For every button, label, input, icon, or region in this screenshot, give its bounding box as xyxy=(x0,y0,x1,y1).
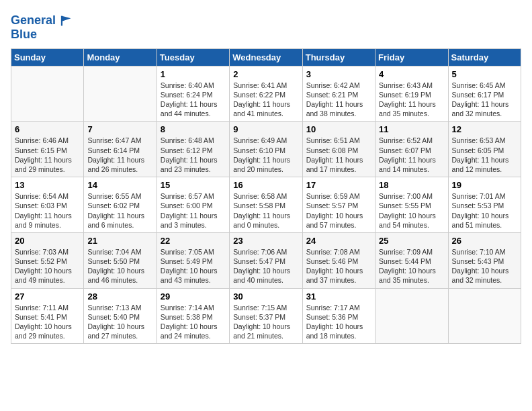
calendar-week-3: 13Sunrise: 6:54 AM Sunset: 6:03 PM Dayli… xyxy=(11,177,521,233)
calendar-cell: 21Sunrise: 7:04 AM Sunset: 5:50 PM Dayli… xyxy=(84,232,157,288)
day-number: 5 xyxy=(452,69,517,79)
calendar-cell: 25Sunrise: 7:09 AM Sunset: 5:44 PM Dayli… xyxy=(375,232,448,288)
day-number: 9 xyxy=(233,124,298,134)
cell-info: Sunrise: 6:54 AM Sunset: 6:03 PM Dayligh… xyxy=(15,191,80,230)
cell-info: Sunrise: 6:43 AM Sunset: 6:19 PM Dayligh… xyxy=(379,81,444,119)
calendar-cell: 22Sunrise: 7:05 AM Sunset: 5:49 PM Dayli… xyxy=(157,232,229,288)
cell-info: Sunrise: 6:51 AM Sunset: 6:08 PM Dayligh… xyxy=(306,136,371,174)
calendar-cell: 8Sunrise: 6:48 AM Sunset: 6:12 PM Daylig… xyxy=(157,122,229,177)
day-number: 3 xyxy=(306,69,371,79)
day-number: 20 xyxy=(15,236,80,246)
calendar-cell: 24Sunrise: 7:08 AM Sunset: 5:46 PM Dayli… xyxy=(302,232,375,288)
day-header-sunday: Sunday xyxy=(11,48,84,66)
calendar-week-1: 1Sunrise: 6:40 AM Sunset: 6:24 PM Daylig… xyxy=(11,66,521,122)
calendar-cell: 26Sunrise: 7:10 AM Sunset: 5:43 PM Dayli… xyxy=(448,232,521,288)
day-header-saturday: Saturday xyxy=(448,48,521,66)
day-number: 23 xyxy=(233,236,298,246)
cell-info: Sunrise: 6:52 AM Sunset: 6:07 PM Dayligh… xyxy=(379,136,444,174)
calendar-cell: 23Sunrise: 7:06 AM Sunset: 5:47 PM Dayli… xyxy=(230,232,302,288)
day-number: 27 xyxy=(15,291,80,302)
cell-info: Sunrise: 7:03 AM Sunset: 5:52 PM Dayligh… xyxy=(15,247,80,285)
day-number: 2 xyxy=(233,69,298,79)
day-number: 19 xyxy=(452,180,517,190)
calendar-cell: 7Sunrise: 6:47 AM Sunset: 6:14 PM Daylig… xyxy=(84,122,157,177)
calendar-cell: 1Sunrise: 6:40 AM Sunset: 6:24 PM Daylig… xyxy=(157,66,229,122)
calendar-cell: 13Sunrise: 6:54 AM Sunset: 6:03 PM Dayli… xyxy=(11,177,84,233)
day-number: 26 xyxy=(452,236,517,246)
cell-info: Sunrise: 6:55 AM Sunset: 6:02 PM Dayligh… xyxy=(87,191,152,230)
cell-info: Sunrise: 7:11 AM Sunset: 5:41 PM Dayligh… xyxy=(15,303,80,341)
page-header: General Blue xyxy=(11,11,521,42)
day-number: 12 xyxy=(452,124,517,134)
calendar-cell: 30Sunrise: 7:15 AM Sunset: 5:37 PM Dayli… xyxy=(230,288,302,344)
calendar-cell: 14Sunrise: 6:55 AM Sunset: 6:02 PM Dayli… xyxy=(84,177,157,233)
day-number: 22 xyxy=(161,236,226,246)
calendar-cell: 18Sunrise: 7:00 AM Sunset: 5:55 PM Dayli… xyxy=(375,177,448,233)
calendar-cell: 3Sunrise: 6:42 AM Sunset: 6:21 PM Daylig… xyxy=(302,66,375,122)
calendar-cell: 20Sunrise: 7:03 AM Sunset: 5:52 PM Dayli… xyxy=(11,232,84,288)
day-header-thursday: Thursday xyxy=(302,48,375,66)
cell-info: Sunrise: 7:06 AM Sunset: 5:47 PM Dayligh… xyxy=(233,247,298,285)
calendar-week-4: 20Sunrise: 7:03 AM Sunset: 5:52 PM Dayli… xyxy=(11,232,521,288)
day-number: 1 xyxy=(161,69,226,79)
cell-info: Sunrise: 6:45 AM Sunset: 6:17 PM Dayligh… xyxy=(452,81,517,119)
logo-text: General xyxy=(11,14,56,28)
cell-info: Sunrise: 7:01 AM Sunset: 5:53 PM Dayligh… xyxy=(452,191,517,230)
calendar-cell: 9Sunrise: 6:49 AM Sunset: 6:10 PM Daylig… xyxy=(230,122,302,177)
day-number: 18 xyxy=(379,180,444,190)
cell-info: Sunrise: 7:04 AM Sunset: 5:50 PM Dayligh… xyxy=(87,247,152,285)
calendar-cell: 11Sunrise: 6:52 AM Sunset: 6:07 PM Dayli… xyxy=(375,122,448,177)
cell-info: Sunrise: 7:13 AM Sunset: 5:40 PM Dayligh… xyxy=(87,303,152,341)
calendar-cell: 29Sunrise: 7:14 AM Sunset: 5:38 PM Dayli… xyxy=(157,288,229,344)
cell-info: Sunrise: 7:00 AM Sunset: 5:55 PM Dayligh… xyxy=(379,191,444,230)
day-number: 16 xyxy=(233,180,298,190)
day-number: 29 xyxy=(161,291,226,302)
logo-icon xyxy=(57,13,72,28)
day-number: 31 xyxy=(306,291,371,302)
cell-info: Sunrise: 7:05 AM Sunset: 5:49 PM Dayligh… xyxy=(161,247,226,285)
cell-info: Sunrise: 6:59 AM Sunset: 5:57 PM Dayligh… xyxy=(306,191,371,230)
cell-info: Sunrise: 7:17 AM Sunset: 5:36 PM Dayligh… xyxy=(306,303,371,341)
calendar-week-5: 27Sunrise: 7:11 AM Sunset: 5:41 PM Dayli… xyxy=(11,288,521,344)
day-header-wednesday: Wednesday xyxy=(230,48,302,66)
calendar-cell xyxy=(11,66,84,122)
calendar-table: SundayMondayTuesdayWednesdayThursdayFrid… xyxy=(11,48,521,344)
svg-marker-0 xyxy=(62,16,71,21)
cell-info: Sunrise: 6:47 AM Sunset: 6:14 PM Dayligh… xyxy=(87,136,152,174)
calendar-cell: 6Sunrise: 6:46 AM Sunset: 6:15 PM Daylig… xyxy=(11,122,84,177)
cell-info: Sunrise: 6:46 AM Sunset: 6:15 PM Dayligh… xyxy=(15,136,80,174)
calendar-cell: 10Sunrise: 6:51 AM Sunset: 6:08 PM Dayli… xyxy=(302,122,375,177)
cell-info: Sunrise: 7:15 AM Sunset: 5:37 PM Dayligh… xyxy=(233,303,298,341)
cell-info: Sunrise: 6:42 AM Sunset: 6:21 PM Dayligh… xyxy=(306,81,371,119)
day-number: 13 xyxy=(15,180,80,190)
calendar-cell xyxy=(448,288,521,344)
day-number: 8 xyxy=(161,124,226,134)
day-header-monday: Monday xyxy=(84,48,157,66)
cell-info: Sunrise: 6:57 AM Sunset: 6:00 PM Dayligh… xyxy=(161,191,226,230)
day-number: 15 xyxy=(161,180,226,190)
calendar-cell: 27Sunrise: 7:11 AM Sunset: 5:41 PM Dayli… xyxy=(11,288,84,344)
cell-info: Sunrise: 6:58 AM Sunset: 5:58 PM Dayligh… xyxy=(233,191,298,230)
calendar-cell: 16Sunrise: 6:58 AM Sunset: 5:58 PM Dayli… xyxy=(230,177,302,233)
day-number: 11 xyxy=(379,124,444,134)
calendar-cell xyxy=(375,288,448,344)
day-number: 30 xyxy=(233,291,298,302)
cell-info: Sunrise: 7:14 AM Sunset: 5:38 PM Dayligh… xyxy=(161,303,226,341)
calendar-cell: 12Sunrise: 6:53 AM Sunset: 6:05 PM Dayli… xyxy=(448,122,521,177)
logo: General Blue xyxy=(11,13,72,42)
day-number: 4 xyxy=(379,69,444,79)
calendar-cell xyxy=(84,66,157,122)
calendar-cell: 31Sunrise: 7:17 AM Sunset: 5:36 PM Dayli… xyxy=(302,288,375,344)
cell-info: Sunrise: 6:48 AM Sunset: 6:12 PM Dayligh… xyxy=(161,136,226,174)
day-header-friday: Friday xyxy=(375,48,448,66)
day-number: 10 xyxy=(306,124,371,134)
calendar-header-row: SundayMondayTuesdayWednesdayThursdayFrid… xyxy=(11,48,521,66)
day-number: 21 xyxy=(87,236,152,246)
calendar-cell: 15Sunrise: 6:57 AM Sunset: 6:00 PM Dayli… xyxy=(157,177,229,233)
cell-info: Sunrise: 6:41 AM Sunset: 6:22 PM Dayligh… xyxy=(233,81,298,119)
cell-info: Sunrise: 7:08 AM Sunset: 5:46 PM Dayligh… xyxy=(306,247,371,285)
day-number: 28 xyxy=(87,291,152,302)
day-number: 14 xyxy=(87,180,152,190)
cell-info: Sunrise: 6:53 AM Sunset: 6:05 PM Dayligh… xyxy=(452,136,517,174)
calendar-cell: 4Sunrise: 6:43 AM Sunset: 6:19 PM Daylig… xyxy=(375,66,448,122)
